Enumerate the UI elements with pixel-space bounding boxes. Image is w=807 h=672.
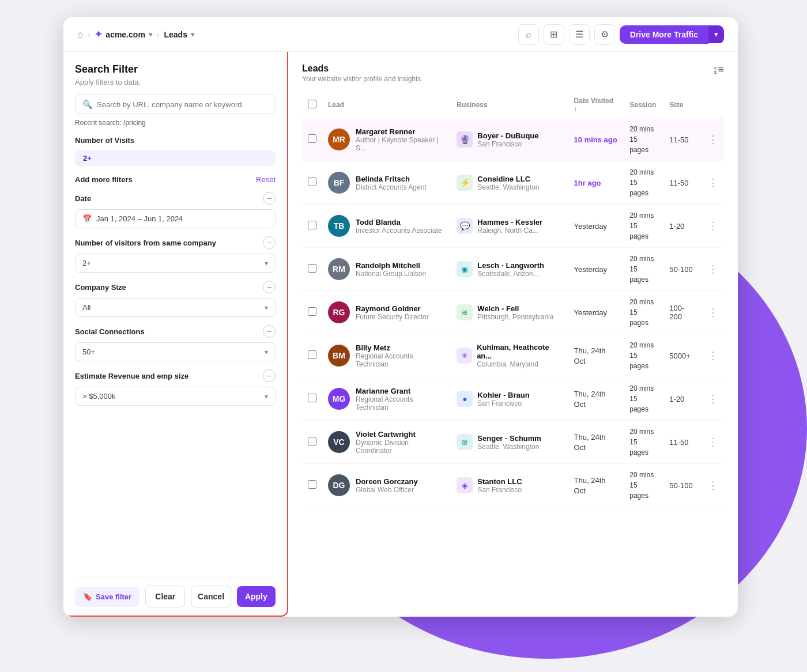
select-all-checkbox[interactable] [308,100,316,108]
avatar-0: MR [328,129,350,150]
visitors-select[interactable]: 2+ ▾ [75,254,276,273]
revenue-select[interactable]: > $5,000k ▾ [75,387,276,406]
cancel-button[interactable]: Cancel [191,586,231,607]
visitors-remove-button[interactable]: − [263,236,276,249]
date-column-header: Date Visited ↓ [568,92,624,118]
drive-traffic-main-button[interactable]: Drive More Traffic [620,25,708,44]
biz-details-6: Kohler - Braun San Francisco [477,391,529,407]
lead-name-cell: BF Belinda Fritsch District Accounts Age… [328,172,445,194]
revenue-filter-section: Estimate Revenue and emp size − > $5,000… [75,369,276,406]
clear-button[interactable]: Clear [145,586,185,607]
session-pages-5: 15 pages [629,350,658,371]
biz-logo-7: ⊛ [457,434,473,450]
lead-cell-3: RM Randolph Mitchell National Group Liai… [322,248,451,291]
social-select[interactable]: 50+ ▾ [75,342,276,361]
business-cell-5: ✳ Kuhlman, Heathcote an... Columbia, Mar… [451,334,568,377]
biz-name-5: Kuhlman, Heathcote an... [477,343,562,360]
app-container: ⌂ › ✦ acme.com ▾ › Leads ▾ ⌕ ⊞ ☰ ⚙ Drive… [63,17,738,617]
row-checkbox-4[interactable] [308,307,316,316]
session-mins-4: 20 mins [629,297,658,307]
table-row: MG Marianne Grant Regional Accounts Tech… [302,377,724,421]
date-cell-3: Yesterday [568,248,624,291]
nav-brand[interactable]: ✦ acme.com ▾ [95,29,152,40]
save-filter-button[interactable]: 🔖 Save filter [75,587,139,607]
reset-link[interactable]: Reset [256,175,276,184]
date-range-picker[interactable]: 📅 Jan 1, 2024 – Jun 1, 2024 [75,209,276,228]
biz-logo-1: ⚡ [457,175,473,191]
revenue-remove-button[interactable]: − [263,369,276,382]
date-cell-4: Yesterday [568,291,624,334]
grid-view-button[interactable]: ⊞ [544,24,564,45]
more-actions-button-7[interactable]: ⋮ [708,437,718,447]
drive-traffic-button[interactable]: Drive More Traffic ▾ [620,25,724,44]
more-actions-cell-1: ⋮ [702,161,724,205]
more-actions-button-6[interactable]: ⋮ [708,394,718,404]
row-checkbox-5[interactable] [308,350,316,359]
biz-name-2: Hammes - Kessler [477,218,542,226]
biz-details-4: Welch - Fell Pittsburgh, Pennsylvania [477,304,553,321]
social-chevron-icon: ▾ [265,348,268,356]
more-actions-button-3[interactable]: ⋮ [708,264,718,274]
company-size-value: All [82,303,90,312]
social-remove-button[interactable]: − [263,325,276,338]
settings-button[interactable]: ⚙ [594,24,615,45]
biz-name-8: Stanton LLC [477,477,522,486]
row-checkbox-6[interactable] [308,394,316,402]
search-button[interactable]: ⌕ [518,24,539,45]
row-checkbox-cell [302,205,322,248]
biz-name-6: Kohler - Braun [477,391,529,399]
company-size-section-name: Company Size [75,283,126,292]
lead-info-1: Belinda Fritsch District Accounts Agent [356,175,427,191]
more-actions-button-4[interactable]: ⋮ [708,307,718,318]
company-size-select[interactable]: All ▾ [75,298,276,317]
size-cell-2: 1-20 [663,205,702,248]
lead-info-4: Raymond Goldner Future Security Director [356,304,429,321]
date-value-2: Yesterday [574,222,607,231]
nav-leads[interactable]: Leads ▾ [164,30,194,39]
row-checkbox-7[interactable] [308,437,316,446]
row-checkbox-1[interactable] [308,178,316,186]
more-actions-button-2[interactable]: ⋮ [708,221,718,231]
filter-title: Search Filter [75,63,276,75]
date-value-8: Thu, 24th Oct [574,476,606,495]
gear-icon: ⚙ [601,29,609,40]
date-value-6: Thu, 24th Oct [574,390,606,409]
row-checkbox-0[interactable] [308,134,316,143]
home-icon[interactable]: ⌂ [77,29,83,40]
lead-role-6: Regional Accounts Technician [356,395,445,411]
session-cell-3: 20 mins 15 pages [624,248,663,291]
social-section-header: Social Connections − [75,325,276,338]
lead-name-cell: RM Randolph Mitchell National Group Liai… [328,258,445,280]
row-checkbox-2[interactable] [308,221,316,229]
more-actions-button-5[interactable]: ⋮ [708,350,718,361]
lead-name-7: Violet Cartwright [356,430,445,439]
drive-traffic-dropdown-button[interactable]: ▾ [708,25,724,43]
filter-search-box[interactable]: 🔍 [75,95,276,114]
more-actions-button-1[interactable]: ⋮ [708,178,718,188]
session-pages-6: 15 pages [629,394,658,414]
business-info-3: ◉ Lesch - Langworth Scottsdale, Arizon..… [457,261,562,278]
business-cell-3: ◉ Lesch - Langworth Scottsdale, Arizon..… [451,248,568,291]
list-view-button[interactable]: ☰ [569,24,590,45]
filter-search-input[interactable] [97,100,268,109]
company-size-remove-button[interactable]: − [263,281,276,293]
date-remove-button[interactable]: − [263,192,276,205]
sort-button[interactable]: ↨≡ [712,63,724,75]
size-cell-6: 1-20 [663,377,702,421]
apply-button[interactable]: Apply [237,586,276,607]
more-actions-cell-7: ⋮ [702,421,724,464]
more-actions-button-8[interactable]: ⋮ [708,480,718,490]
more-actions-cell-5: ⋮ [702,334,724,377]
social-value: 50+ [82,348,95,356]
lead-column-header: Lead [322,92,451,118]
row-checkbox-8[interactable] [308,480,316,489]
session-pages-1: 15 pages [629,178,658,198]
biz-logo-6: ● [457,391,473,407]
session-info-7: 20 mins 15 pages [629,426,658,458]
lead-cell-5: BM Billy Metz Regional Accounts Technici… [322,334,451,377]
row-checkbox-3[interactable] [308,264,316,273]
bookmark-icon: 🔖 [83,592,92,601]
lead-name-0: Margaret Renner [356,127,445,136]
business-info-6: ● Kohler - Braun San Francisco [457,391,562,407]
more-actions-button-0[interactable]: ⋮ [708,134,718,145]
